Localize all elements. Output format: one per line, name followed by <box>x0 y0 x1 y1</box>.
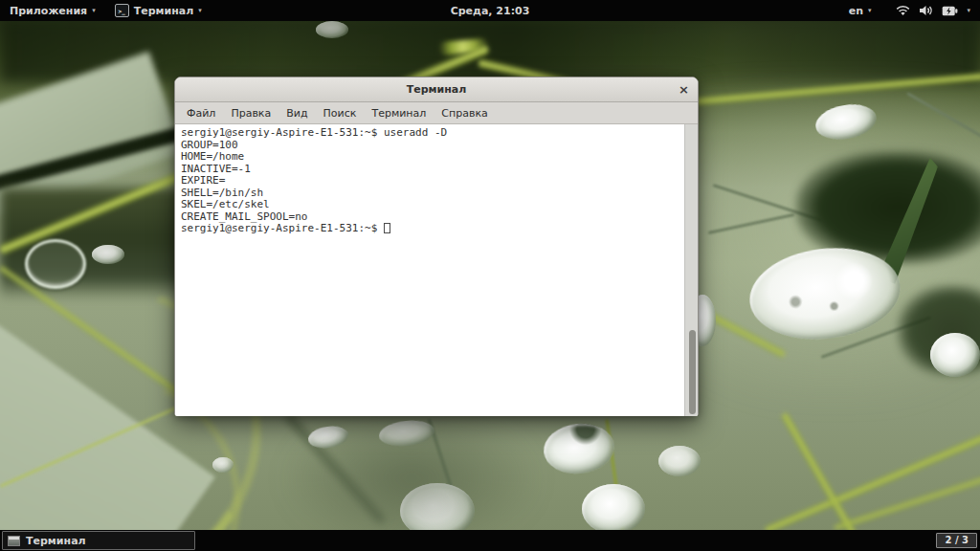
chevron-down-icon: ▾ <box>868 8 872 14</box>
wallpaper-stem <box>834 473 980 532</box>
top-bar: Приложения ▾ >_ Терминал ▾ Среда, 21:03 … <box>0 0 980 21</box>
terminal-content[interactable]: sergiy1@sergiy-Aspire-E1-531:~$ useradd … <box>175 124 698 416</box>
volume-icon <box>919 5 933 16</box>
chevron-down-icon: ▾ <box>967 8 970 14</box>
taskbar-item-terminal[interactable]: Терминал <box>2 531 195 550</box>
battery-charging-icon <box>942 6 958 16</box>
window-menubar: Файл Правка Вид Поиск Терминал Справка <box>175 102 698 124</box>
applications-label: Приложения <box>10 5 87 17</box>
water-droplet <box>316 21 348 38</box>
focused-app-menu[interactable]: >_ Терминал ▾ <box>105 0 212 21</box>
terminal-icon: >_ <box>115 4 129 17</box>
workspace-indicator[interactable]: 2 / 3 <box>936 533 977 548</box>
terminal-line: sergiy1@sergiy-Aspire-E1-531:~$ useradd … <box>181 127 682 140</box>
wallpaper-shadow <box>287 411 536 545</box>
wallpaper-leaf-hole <box>796 151 980 264</box>
menu-item-edit[interactable]: Правка <box>223 104 278 122</box>
terminal-line: EXPIRE= <box>181 175 682 187</box>
water-droplet <box>25 239 86 289</box>
terminal-line: GROUP=100 <box>181 140 682 152</box>
focused-app-label: Терминал <box>134 5 194 17</box>
water-droplet <box>92 245 124 264</box>
menu-item-view[interactable]: Вид <box>278 104 315 122</box>
menu-item-search[interactable]: Поиск <box>316 104 365 122</box>
menu-item-help[interactable]: Справка <box>434 104 495 122</box>
keyboard-layout-label: en <box>849 5 863 17</box>
menu-item-terminal[interactable]: Терминал <box>364 104 434 122</box>
window-title: Терминал <box>407 83 467 96</box>
applications-menu[interactable]: Приложения ▾ <box>0 0 105 21</box>
wifi-icon <box>896 5 910 16</box>
keyboard-layout-indicator[interactable]: en ▾ <box>839 5 881 17</box>
menu-item-file[interactable]: Файл <box>179 104 223 122</box>
water-droplet <box>582 484 645 534</box>
water-droplet <box>930 333 980 377</box>
close-button[interactable]: × <box>679 77 689 101</box>
window-thumbnail-icon <box>8 536 20 546</box>
scrollbar[interactable] <box>684 124 698 416</box>
water-droplet <box>212 457 234 473</box>
bottom-bar: Терминал 2 / 3 <box>0 530 980 551</box>
terminal-line: SKEL=/etc/skel <box>181 199 682 211</box>
terminal-output: sergiy1@sergiy-Aspire-E1-531:~$ useradd … <box>181 127 682 235</box>
taskbar-item-label: Терминал <box>26 535 86 547</box>
terminal-prompt-line: sergiy1@sergiy-Aspire-E1-531:~$ <box>181 223 682 235</box>
window-titlebar[interactable]: Терминал × <box>175 77 698 102</box>
scrollbar-thumb[interactable] <box>689 330 696 414</box>
terminal-line: INACTIVE=-1 <box>181 164 682 176</box>
system-status-area[interactable]: ▾ <box>880 5 980 16</box>
terminal-window: Терминал × Файл Правка Вид Поиск Термина… <box>174 77 699 416</box>
terminal-cursor <box>384 223 390 233</box>
chevron-down-icon: ▾ <box>92 8 96 14</box>
terminal-prompt: sergiy1@sergiy-Aspire-E1-531:~$ <box>181 222 384 234</box>
water-droplet <box>658 446 701 476</box>
desktop: Приложения ▾ >_ Терминал ▾ Среда, 21:03 … <box>0 0 980 551</box>
chevron-down-icon: ▾ <box>198 8 202 14</box>
terminal-line: HOME=/home <box>181 151 682 164</box>
